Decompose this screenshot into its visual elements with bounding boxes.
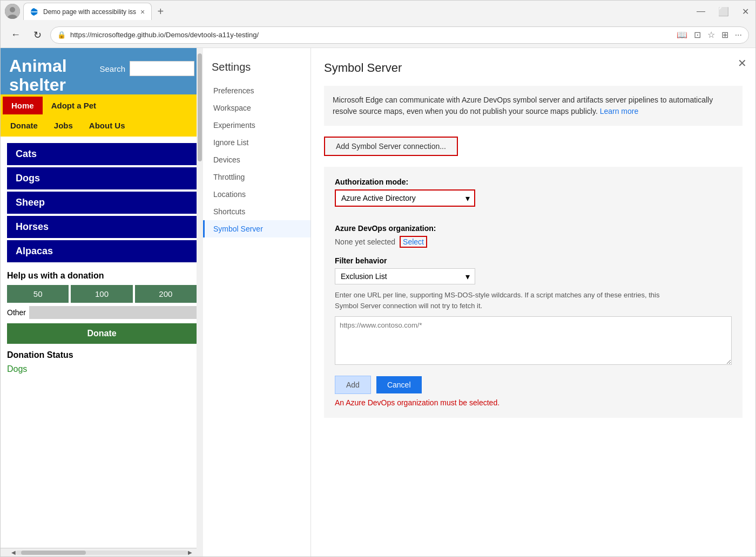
amount-200-button[interactable]: 200 — [135, 285, 197, 303]
settings-item-ignore-list[interactable]: Ignore List — [203, 134, 310, 151]
scrollbar-thumb[interactable] — [198, 53, 202, 161]
collections-icon[interactable]: ⊞ — [721, 30, 728, 40]
site-nav: Home Adopt a Pet — [1, 94, 203, 117]
filter-behavior-select[interactable]: Exclusion List Inclusion List — [335, 268, 475, 284]
settings-item-workspace[interactable]: Workspace — [203, 99, 310, 117]
reader-mode-icon[interactable]: 📖 — [677, 30, 687, 40]
donation-title: Help us with a donation — [7, 271, 197, 281]
more-tools-icon[interactable]: ··· — [735, 30, 742, 40]
user-avatar[interactable] — [5, 4, 20, 19]
animal-item-alpacas[interactable]: Alpacas — [7, 240, 197, 262]
info-box: Microsoft Edge can communicate with Azur… — [324, 86, 742, 126]
nav-donate[interactable]: Donate — [3, 117, 45, 134]
filter-description: Enter one URL per line, supporting MS-DO… — [335, 290, 680, 311]
url-filter-textarea[interactable] — [335, 316, 732, 365]
settings-sidebar-title: Settings — [203, 57, 310, 82]
org-label: Azure DevOps organization: — [335, 224, 732, 233]
donation-status-section: Donation Status Dogs — [7, 350, 197, 374]
maximize-button[interactable]: ⬜ — [716, 6, 731, 17]
nav-jobs[interactable]: Jobs — [46, 117, 80, 134]
lock-icon: 🔒 — [57, 31, 66, 39]
site-body: Cats Dogs Sheep Horses Alpacas Help us w… — [1, 137, 203, 548]
search-input[interactable] — [130, 61, 194, 76]
donate-button[interactable]: Donate — [7, 323, 197, 344]
animal-item-cats[interactable]: Cats — [7, 143, 197, 165]
learn-more-link[interactable]: Learn more — [600, 107, 639, 116]
browser-tab[interactable]: Demo page with accessibility iss × — [23, 3, 152, 20]
settings-item-throttling[interactable]: Throttling — [203, 168, 310, 186]
donation-status-value: Dogs — [7, 364, 197, 374]
donation-status-title: Donation Status — [7, 350, 197, 360]
settings-item-experiments[interactable]: Experiments — [203, 117, 310, 134]
tab-favicon — [30, 8, 39, 16]
org-row: None yet selected Select — [335, 236, 732, 248]
url-text: https://microsoftedge.github.io/Demos/de… — [70, 31, 259, 39]
settings-item-devices[interactable]: Devices — [203, 151, 310, 168]
auth-label: Authorization mode: — [335, 178, 732, 186]
refresh-button[interactable]: ↻ — [29, 26, 46, 44]
add-connection-button[interactable]: Add Symbol Server connection... — [324, 137, 458, 156]
filter-label: Filter behavior — [335, 256, 732, 265]
select-org-link[interactable]: Select — [400, 236, 427, 248]
filter-select-wrapper: Exclusion List Inclusion List — [335, 268, 475, 284]
close-window-button[interactable]: ✕ — [740, 6, 751, 17]
donation-section: Help us with a donation 50 100 200 Other… — [7, 271, 197, 344]
animal-list: Cats Dogs Sheep Horses Alpacas — [7, 143, 197, 262]
org-value: None yet selected — [335, 237, 395, 246]
nav-about[interactable]: About Us — [82, 117, 133, 134]
h-scroll-track[interactable] — [16, 551, 188, 555]
settings-item-locations[interactable]: Locations — [203, 186, 310, 203]
animal-item-sheep[interactable]: Sheep — [7, 192, 197, 214]
donation-amounts: 50 100 200 — [7, 285, 197, 303]
amount-50-button[interactable]: 50 — [7, 285, 69, 303]
auth-select-wrapper: Azure Active Directory Personal Access T… — [335, 189, 475, 207]
symbol-server-panel: ✕ Symbol Server Microsoft Edge can commu… — [311, 48, 755, 556]
search-label: Search — [99, 64, 125, 73]
site-title: Animal shelter — [9, 57, 67, 94]
scroll-right-arrow[interactable]: ▶ — [188, 549, 192, 555]
favorites-icon[interactable]: ☆ — [707, 30, 715, 40]
cancel-button[interactable]: Cancel — [376, 376, 422, 393]
nav-home[interactable]: Home — [3, 97, 43, 114]
settings-item-preferences[interactable]: Preferences — [203, 82, 310, 99]
other-label: Other — [7, 308, 26, 317]
add-button[interactable]: Add — [335, 376, 371, 394]
form-section: Authorization mode: Azure Active Directo… — [324, 167, 742, 418]
tab-title: Demo page with accessibility iss — [43, 8, 136, 16]
settings-sidebar: Settings Preferences Workspace Experimen… — [203, 48, 311, 556]
animal-item-horses[interactable]: Horses — [7, 216, 197, 238]
animal-item-dogs[interactable]: Dogs — [7, 167, 197, 189]
other-amount-row: Other — [7, 306, 197, 319]
filter-group: Filter behavior Exclusion List Inclusion… — [335, 256, 732, 367]
panel-close-button[interactable]: ✕ — [738, 57, 747, 70]
auth-mode-group: Authorization mode: Azure Active Directo… — [335, 178, 732, 215]
split-screen-icon[interactable]: ⊡ — [694, 30, 701, 40]
new-tab-button[interactable]: + — [152, 3, 169, 20]
vertical-scrollbar[interactable] — [197, 48, 203, 556]
tab-close-button[interactable]: × — [140, 8, 145, 16]
refresh-icon: ↻ — [33, 29, 42, 41]
panel-title: Symbol Server — [324, 61, 742, 75]
nav-adopt[interactable]: Adopt a Pet — [44, 97, 104, 114]
back-button[interactable]: ← — [7, 26, 24, 44]
horizontal-scrollbar[interactable]: ◀ ▶ — [1, 548, 203, 556]
minimize-button[interactable]: — — [694, 6, 707, 16]
error-message: An Azure DevOps organization must be sel… — [335, 398, 732, 407]
amount-100-button[interactable]: 100 — [71, 285, 132, 303]
site-header: Animal shelter Search — [1, 48, 203, 94]
h-scroll-thumb[interactable] — [21, 551, 86, 555]
settings-item-symbol-server[interactable]: Symbol Server — [203, 220, 310, 237]
settings-item-shortcuts[interactable]: Shortcuts — [203, 203, 310, 220]
svg-point-1 — [10, 7, 15, 12]
auth-mode-select[interactable]: Azure Active Directory Personal Access T… — [335, 189, 475, 207]
form-actions: Add Cancel — [335, 376, 732, 394]
other-input[interactable] — [29, 306, 197, 319]
address-bar[interactable]: 🔒 https://microsoftedge.github.io/Demos/… — [50, 26, 749, 44]
org-group: Azure DevOps organization: None yet sele… — [335, 224, 732, 248]
scroll-left-arrow[interactable]: ◀ — [11, 549, 16, 555]
back-icon: ← — [11, 29, 21, 40]
site-nav-row2: Donate Jobs About Us — [1, 117, 203, 137]
